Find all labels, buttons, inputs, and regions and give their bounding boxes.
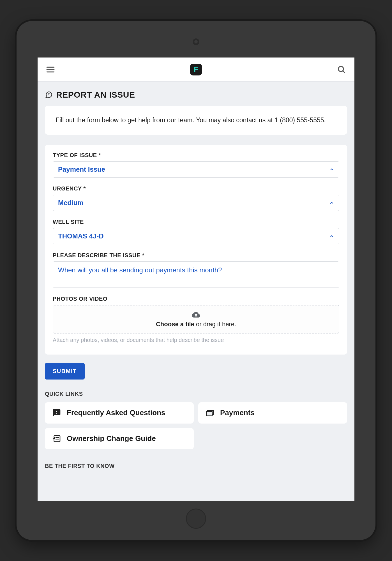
payments-icon [206,408,215,417]
search-button[interactable] [336,64,347,75]
quick-link-label: Frequently Asked Questions [67,408,165,417]
chevron-up-icon [329,201,334,205]
search-icon [337,65,346,74]
field-upload: PHOTOS OR VIDEO Choose a file or drag it… [53,296,339,343]
svg-rect-7 [206,411,212,416]
top-bar: F [38,58,354,82]
urgency-value: Medium [58,199,84,207]
description-value: When will you all be sending out payment… [58,266,222,274]
well-site-value: THOMAS 4J-D [58,232,104,240]
description-label: PLEASE DESCRIBE THE ISSUE* [53,252,339,259]
field-description: PLEASE DESCRIBE THE ISSUE* When will you… [53,252,339,288]
upload-help-text: Attach any photos, videos, or documents … [53,337,339,343]
quick-link-label: Ownership Change Guide [67,434,156,443]
menu-button[interactable] [45,64,56,75]
field-well-site: WELL SITE THOMAS 4J-D [53,219,339,244]
tablet-camera [193,38,199,45]
description-textarea[interactable]: When will you all be sending out payment… [53,261,339,288]
field-type-of-issue: TYPE OF ISSUE* Payment Issue [53,152,339,178]
faq-icon [52,408,61,417]
info-text: Fill out the form below to get help from… [56,116,326,124]
quick-link-label: Payments [220,408,255,417]
upload-dropzone[interactable]: Choose a file or drag it here. [53,305,339,334]
urgency-label: URGENCY* [53,185,339,192]
app-screen: F ? REPORT AN ISSUE Fill out the form be… [38,58,354,501]
quick-link-payments[interactable]: Payments [198,402,347,424]
type-of-issue-value: Payment Issue [58,165,105,173]
hamburger-icon [46,65,55,74]
page-title-row: ? REPORT AN ISSUE [45,90,347,100]
info-card: Fill out the form below to get help from… [45,106,347,135]
quick-links-heading: QUICK LINKS [45,391,347,397]
chat-icon: ? [45,91,53,99]
quick-link-faq[interactable]: Frequently Asked Questions [45,402,194,424]
logo-letter: F [194,65,198,74]
quick-links-grid: Frequently Asked Questions Payments Owne… [45,402,347,449]
upload-label: PHOTOS OR VIDEO [53,296,339,302]
chevron-up-icon [329,167,334,172]
type-of-issue-select[interactable]: Payment Issue [53,161,339,178]
svg-line-4 [343,71,345,73]
quick-link-ownership[interactable]: Ownership Change Guide [45,428,194,449]
home-button[interactable] [186,509,206,529]
urgency-select[interactable]: Medium [53,195,339,211]
content-area: ? REPORT AN ISSUE Fill out the form belo… [38,82,354,501]
type-of-issue-label: TYPE OF ISSUE* [53,152,339,158]
page-title: REPORT AN ISSUE [56,90,135,100]
upload-text: Choose a file or drag it here. [58,321,334,328]
svg-text:?: ? [48,92,50,96]
well-site-label: WELL SITE [53,219,339,225]
cloud-upload-icon [192,311,200,319]
app-logo: F [190,64,202,75]
ownership-icon [52,434,61,443]
subscribe-heading: BE THE FIRST TO KNOW [45,463,347,469]
submit-button[interactable]: SUBMIT [45,363,85,380]
form-card: TYPE OF ISSUE* Payment Issue URGENCY* Me… [45,145,347,355]
well-site-select[interactable]: THOMAS 4J-D [53,228,339,244]
field-urgency: URGENCY* Medium [53,185,339,211]
chevron-up-icon [329,234,334,238]
tablet-frame: F ? REPORT AN ISSUE Fill out the form be… [17,21,375,540]
